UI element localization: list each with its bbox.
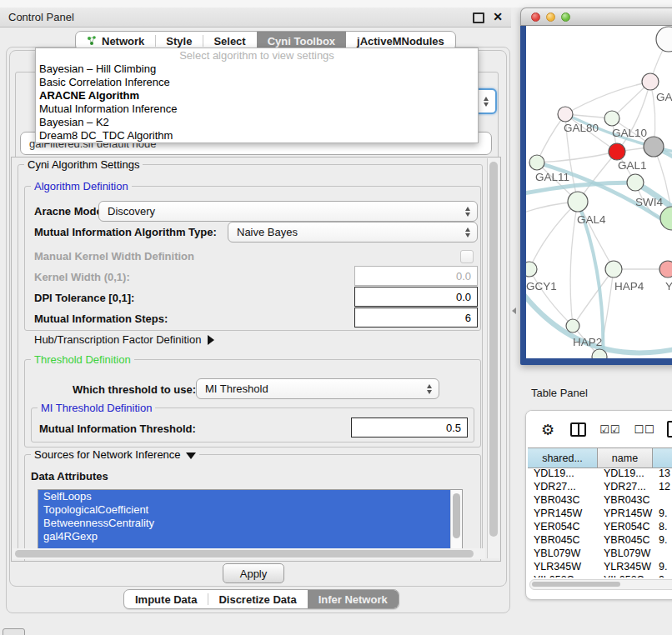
algorithm-dropdown-placeholder[interactable]: Select algorithm to view settings	[36, 48, 478, 62]
minimize-window-icon[interactable]	[546, 12, 555, 22]
table-cell: YER054C	[528, 520, 598, 533]
node-gal80[interactable]	[558, 107, 573, 122]
node-gray[interactable]	[644, 137, 664, 157]
table-row[interactable]: YIL052CYIL052C9	[528, 573, 672, 578]
threshold-definition-title: Threshold Definition	[31, 353, 134, 366]
dropdown-option[interactable]: Bayesian – K2	[36, 116, 478, 129]
checked-pair-icon[interactable]: ☑☑	[599, 423, 620, 436]
network-window-titlebar[interactable]	[520, 8, 672, 26]
table-row[interactable]: YPR145WYPR145W9.	[528, 507, 672, 520]
tab-label: Network	[102, 35, 144, 48]
network-edge[interactable]	[529, 269, 573, 326]
attribute-item[interactable]: SelfLoops	[38, 490, 450, 503]
node-unlabeled-top[interactable]	[656, 27, 672, 52]
close-icon[interactable]: ✕	[493, 10, 503, 23]
hub-definition-toggle[interactable]: Hub/Transcription Factor Definition	[34, 333, 214, 346]
settings-vertical-scrollbar[interactable]	[487, 158, 499, 558]
app-root: Control Panel ✕ NetworkStyleSelectCyni T…	[0, 0, 672, 635]
document-icon[interactable]	[667, 421, 672, 438]
node-gal11[interactable]	[529, 155, 544, 170]
aracne-mode-combo[interactable]: Discovery	[98, 201, 478, 222]
node-green-right[interactable]	[660, 207, 672, 230]
settings-scroll-pane: Cyni Algorithm Settings Algorithm Defini…	[11, 157, 501, 562]
node-gal10[interactable]	[604, 111, 619, 126]
node-gcy1[interactable]	[526, 262, 537, 277]
attribute-item[interactable]: BetweennessCentrality	[38, 517, 450, 530]
which-threshold-combo[interactable]: MI Threshold	[196, 378, 439, 399]
network-edge[interactable]	[565, 82, 650, 114]
zoom-window-icon[interactable]	[561, 12, 570, 22]
mi-threshold-field[interactable]: 0.5	[351, 418, 468, 438]
network-icon	[87, 36, 97, 46]
node-label: Y	[665, 280, 672, 292]
table-row[interactable]: YBL079WYBL079W	[528, 547, 672, 560]
table-cell: YPR145W	[528, 507, 598, 520]
bottom-left-button-fragment[interactable]	[3, 628, 25, 635]
table-row[interactable]: YBR045CYBR045C9.	[528, 533, 672, 547]
tab-discretize-data[interactable]: Discretize Data	[208, 590, 307, 608]
table-cell: YDL19...	[528, 467, 598, 480]
node-gal4[interactable]	[568, 192, 588, 212]
node-salmon[interactable]	[659, 261, 672, 278]
algorithm-dropdown: Select algorithm to view settings Bayesi…	[35, 48, 479, 143]
tab-infer-network[interactable]: Infer Network	[308, 590, 399, 608]
gear-icon[interactable]: ⚙	[541, 421, 554, 438]
column-header-a[interactable]: A	[653, 448, 672, 468]
sources-toggle[interactable]: Sources for Network Inference	[31, 448, 199, 461]
node-gal1-red[interactable]	[609, 143, 625, 160]
control-panel-title: Control Panel	[0, 11, 74, 23]
mi-type-label: Mutual Information Algorithm Type:	[34, 226, 217, 238]
settings-horizontal-scrollbar[interactable]	[13, 548, 485, 559]
network-edge[interactable]	[573, 269, 614, 326]
combo-stepper-icon	[465, 228, 470, 238]
table-cell: YER054C	[598, 520, 653, 533]
dropdown-option[interactable]: Dream8 DC_TDC Algorithm	[36, 129, 478, 142]
apply-button[interactable]: Apply	[223, 563, 284, 583]
attributes-list-scrollbar[interactable]	[450, 490, 462, 550]
table-cell: YIL052C	[528, 573, 598, 578]
table-cell: YIL052C	[598, 573, 653, 578]
node-hap2[interactable]	[566, 319, 579, 332]
network-graph: GALGAL80GAL10GAL1SWI4GAL11GAL4GCY1HAP4YH…	[526, 26, 672, 358]
table-row[interactable]: YDL19...YDL19...13	[528, 467, 672, 480]
mi-type-value: Naive Bayes	[237, 226, 298, 238]
columns-icon[interactable]	[570, 422, 586, 437]
node-label: GAL4	[577, 213, 606, 226]
table-row[interactable]: YBR043CYBR043C	[528, 493, 672, 507]
dropdown-option[interactable]: Bayesian – Hill Climbing	[36, 62, 478, 76]
network-edge[interactable]	[537, 114, 565, 162]
combo-stepper-icon	[427, 384, 432, 394]
column-header-shared-[interactable]: shared...	[528, 448, 598, 468]
algorithm-definition-title: Algorithm Definition	[31, 180, 132, 192]
node-gal-pink[interactable]	[642, 73, 659, 90]
mi-steps-label: Mutual Information Steps:	[34, 312, 168, 325]
attribute-item[interactable]: TopologicalCoefficient	[38, 503, 450, 517]
dpi-tolerance-field[interactable]: 0.0	[354, 287, 478, 307]
table-cell: 12	[653, 480, 672, 493]
dropdown-option[interactable]: Basic Correlation Inference	[36, 76, 478, 89]
tab-impute-data[interactable]: Impute Data	[124, 590, 208, 608]
dropdown-option[interactable]: ARACNE Algorithm	[36, 89, 478, 102]
table-cell: 13	[653, 467, 672, 480]
unchecked-pair-icon[interactable]: ☐☐	[634, 423, 654, 436]
close-window-icon[interactable]	[531, 12, 540, 22]
table-row[interactable]: YLR345WYLR345W9.	[528, 560, 672, 573]
table-row[interactable]: YDR27...YDR27...12	[528, 480, 672, 493]
splitter-collapse-icon[interactable]	[512, 308, 516, 314]
float-window-icon[interactable]	[473, 12, 484, 23]
dropdown-option[interactable]: Mutual Information Inference	[36, 102, 478, 116]
network-canvas[interactable]: GALGAL80GAL10GAL1SWI4GAL11GAL4GCY1HAP4YH…	[526, 26, 672, 358]
network-edge[interactable]	[537, 152, 617, 162]
table-cell: YBR045C	[528, 533, 598, 547]
table-cell: YLR345W	[528, 560, 598, 573]
attribute-item[interactable]: gal4RGexp	[38, 530, 450, 543]
column-header-name[interactable]: name	[598, 448, 653, 468]
table-cell: YLR345W	[598, 560, 653, 573]
table-horizontal-scrollbar[interactable]	[529, 579, 672, 590]
mi-steps-field[interactable]: 6	[354, 308, 478, 328]
table-cell: 8.	[653, 520, 672, 533]
node-hap4[interactable]	[605, 261, 622, 278]
node-swi4[interactable]	[627, 174, 644, 191]
mi-type-combo[interactable]: Naive Bayes	[228, 222, 478, 242]
table-row[interactable]: YER054CYER054C8.	[528, 520, 672, 533]
